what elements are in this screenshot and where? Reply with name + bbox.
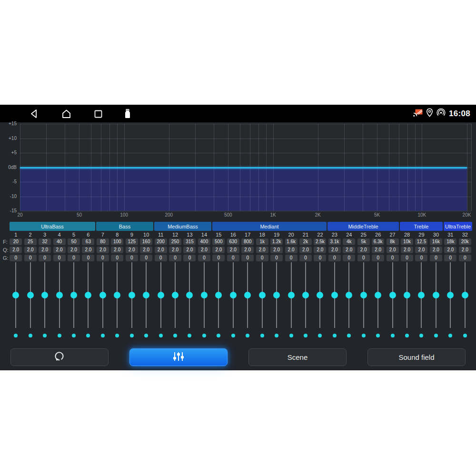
eq-slider[interactable] <box>226 262 240 338</box>
eq-slider[interactable] <box>52 262 66 338</box>
eq-slider[interactable] <box>197 262 211 338</box>
gain-value[interactable]: 0 <box>459 255 471 261</box>
gain-value[interactable]: 0 <box>82 255 94 261</box>
eq-slider[interactable] <box>327 262 342 338</box>
gain-value[interactable]: 0 <box>328 255 341 261</box>
gain-value[interactable]: 0 <box>401 255 413 261</box>
frequency-value[interactable]: 5k <box>357 238 370 245</box>
gain-value[interactable]: 0 <box>68 255 80 261</box>
gain-value[interactable]: 0 <box>126 255 138 261</box>
q-factor-value[interactable]: 2.0 <box>53 247 66 253</box>
band-header-treble[interactable]: Treble <box>400 222 443 231</box>
frequency-value[interactable]: 500 <box>212 238 225 245</box>
slider-knob[interactable] <box>259 292 266 298</box>
reset-button[interactable] <box>10 348 109 366</box>
slider-knob[interactable] <box>186 292 193 298</box>
q-factor-value[interactable]: 2.0 <box>270 247 283 253</box>
eq-slider[interactable] <box>443 262 457 338</box>
q-factor-value[interactable]: 2.0 <box>387 247 399 253</box>
slider-knob[interactable] <box>346 292 352 298</box>
sound-field-button[interactable]: Sound field <box>367 348 466 366</box>
frequency-value[interactable]: 6.3k <box>372 238 384 245</box>
gain-value[interactable]: 0 <box>256 255 268 261</box>
band-header-bass[interactable]: Bass <box>96 222 153 231</box>
back-icon[interactable] <box>29 109 40 119</box>
gain-value[interactable]: 0 <box>372 255 384 261</box>
q-factor-value[interactable]: 2.0 <box>343 247 355 253</box>
band-header-ultrabass[interactable]: UltraBass <box>10 222 95 231</box>
eq-slider[interactable] <box>182 262 197 338</box>
slider-knob[interactable] <box>27 292 34 298</box>
frequency-value[interactable]: 80 <box>97 238 109 245</box>
eq-slider[interactable] <box>400 262 414 338</box>
eq-slider[interactable] <box>81 262 95 338</box>
frequency-value[interactable]: 125 <box>126 238 138 245</box>
slider-knob[interactable] <box>447 292 454 298</box>
slider-knob[interactable] <box>41 292 48 298</box>
frequency-value[interactable]: 2.5k <box>314 238 326 245</box>
gain-value[interactable]: 0 <box>111 255 123 261</box>
eq-slider[interactable] <box>9 262 23 338</box>
frequency-value[interactable]: 1.6k <box>285 238 298 245</box>
eq-slider[interactable] <box>458 262 472 338</box>
slider-knob[interactable] <box>273 292 280 298</box>
frequency-value[interactable]: 1.2k <box>270 238 283 245</box>
frequency-value[interactable]: 20k <box>459 238 471 245</box>
frequency-value[interactable]: 10k <box>401 238 413 245</box>
gain-value[interactable]: 0 <box>430 255 442 261</box>
q-factor-value[interactable]: 2.0 <box>183 247 196 253</box>
q-factor-value[interactable]: 2.0 <box>68 247 80 253</box>
q-factor-value[interactable]: 2.0 <box>126 247 138 253</box>
frequency-value[interactable]: 630 <box>227 238 239 245</box>
gain-value[interactable]: 0 <box>270 255 283 261</box>
gain-value[interactable]: 0 <box>140 255 152 261</box>
slider-knob[interactable] <box>56 292 63 298</box>
eq-slider[interactable] <box>153 262 168 338</box>
eq-slider[interactable] <box>313 262 327 338</box>
q-factor-value[interactable]: 2.0 <box>140 247 152 253</box>
equalizer-button[interactable] <box>129 348 228 366</box>
q-factor-value[interactable]: 2.0 <box>97 247 109 253</box>
eq-slider[interactable] <box>110 262 124 338</box>
q-factor-value[interactable]: 2.0 <box>256 247 268 253</box>
slider-knob[interactable] <box>143 292 149 298</box>
scene-button[interactable]: Scene <box>248 348 347 366</box>
frequency-value[interactable]: 25 <box>24 238 37 245</box>
gain-value[interactable]: 0 <box>169 255 181 261</box>
eq-slider[interactable] <box>23 262 37 338</box>
q-factor-value[interactable]: 2.0 <box>24 247 37 253</box>
frequency-value[interactable]: 250 <box>169 238 181 245</box>
gain-value[interactable]: 0 <box>357 255 370 261</box>
frequency-value[interactable]: 2k <box>299 238 312 245</box>
eq-slider[interactable] <box>67 262 81 338</box>
gain-value[interactable]: 0 <box>198 255 210 261</box>
gain-value[interactable]: 0 <box>39 255 51 261</box>
slider-knob[interactable] <box>404 292 410 298</box>
gain-value[interactable]: 0 <box>155 255 167 261</box>
slider-knob[interactable] <box>172 292 178 298</box>
slider-knob[interactable] <box>317 292 323 298</box>
eq-slider[interactable] <box>240 262 255 338</box>
q-factor-value[interactable]: 2.0 <box>155 247 167 253</box>
band-header-mediant[interactable]: Mediant <box>212 222 327 231</box>
eq-slider[interactable] <box>342 262 356 338</box>
slider-knob[interactable] <box>462 292 468 298</box>
recents-icon[interactable] <box>93 109 103 119</box>
slider-knob[interactable] <box>70 292 77 298</box>
frequency-value[interactable]: 160 <box>140 238 152 245</box>
frequency-value[interactable]: 200 <box>155 238 167 245</box>
q-factor-value[interactable]: 2.0 <box>198 247 210 253</box>
q-factor-value[interactable]: 2.0 <box>415 247 427 253</box>
slider-knob[interactable] <box>418 292 425 298</box>
q-factor-value[interactable]: 2.0 <box>444 247 456 253</box>
q-factor-value[interactable]: 2.0 <box>10 247 22 253</box>
eq-slider[interactable] <box>385 262 399 338</box>
slider-knob[interactable] <box>12 292 19 298</box>
frequency-value[interactable]: 32 <box>39 238 51 245</box>
q-factor-value[interactable]: 2.0 <box>328 247 341 253</box>
q-factor-value[interactable]: 2.0 <box>241 247 254 253</box>
eq-slider[interactable] <box>168 262 182 338</box>
slider-knob[interactable] <box>433 292 439 298</box>
slider-knob[interactable] <box>85 292 91 298</box>
gain-value[interactable]: 0 <box>97 255 109 261</box>
